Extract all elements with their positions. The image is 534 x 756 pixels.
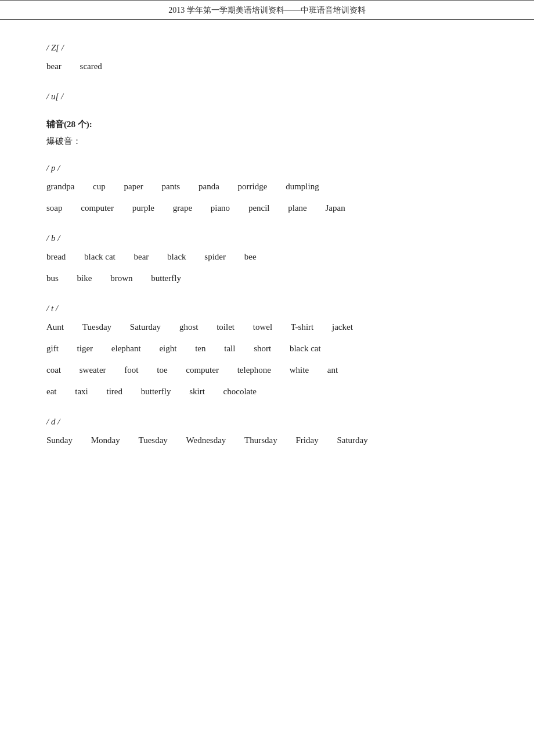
word-plane: plane bbox=[288, 200, 306, 216]
word-ten: ten bbox=[195, 341, 205, 357]
page-container: 2013 学年第一学期美语培训资料——中班语音培训资料 / Z[ / bear … bbox=[0, 0, 534, 756]
word-toe: toe bbox=[157, 362, 167, 378]
consonants-heading-section: 辅音(28 个): 爆破音： bbox=[46, 119, 488, 147]
phoneme-p-label: / p / bbox=[46, 163, 488, 173]
word-pencil: pencil bbox=[248, 200, 270, 216]
word-foot: foot bbox=[124, 362, 138, 378]
word-line-t-3: coat sweater foot toe computer telephone… bbox=[46, 362, 488, 378]
word-grape: grape bbox=[173, 200, 192, 216]
word-gift: gift bbox=[46, 341, 59, 357]
word-brown: brown bbox=[110, 271, 132, 286]
word-line-t-2: gift tiger elephant eight ten tall short… bbox=[46, 341, 488, 357]
word-coat: coat bbox=[46, 362, 61, 378]
page-header: 2013 学年第一学期美语培训资料——中班语音培训资料 bbox=[0, 0, 534, 20]
word-purple: purple bbox=[132, 200, 154, 216]
section-d: / d / Sunday Monday Tuesday Wednesday Th… bbox=[46, 417, 488, 448]
word-tuesday-t: Tuesday bbox=[82, 319, 111, 335]
word-scared: scared bbox=[80, 59, 102, 74]
word-cup: cup bbox=[93, 179, 106, 195]
word-bear-b: bear bbox=[134, 249, 149, 265]
phoneme-t-label: / t / bbox=[46, 304, 488, 314]
word-bear: bear bbox=[46, 59, 62, 74]
word-wednesday: Wednesday bbox=[186, 433, 226, 448]
word-butterfly-t: butterfly bbox=[141, 384, 171, 399]
word-white: white bbox=[290, 362, 309, 378]
word-piano: piano bbox=[211, 200, 230, 216]
phoneme-d-label: / d / bbox=[46, 417, 488, 427]
word-paper: paper bbox=[124, 179, 143, 195]
word-ant: ant bbox=[327, 362, 338, 378]
word-bee: bee bbox=[244, 249, 257, 265]
section-p: / p / grandpa cup paper pants panda porr… bbox=[46, 163, 488, 216]
word-skirt: skirt bbox=[189, 384, 205, 399]
word-ghost: ghost bbox=[179, 319, 199, 335]
word-eat: eat bbox=[46, 384, 56, 399]
plosive-subheading: 爆破音： bbox=[46, 136, 488, 147]
phoneme-zr-label: / Z[ / bbox=[46, 43, 488, 53]
word-line-d-1: Sunday Monday Tuesday Wednesday Thursday… bbox=[46, 433, 488, 448]
word-sweater: sweater bbox=[80, 362, 106, 378]
word-tuesday-d: Tuesday bbox=[139, 433, 168, 448]
word-tshirt: T-shirt bbox=[291, 319, 313, 335]
section-b: / b / bread black cat bear black spider … bbox=[46, 233, 488, 286]
word-spider: spider bbox=[204, 249, 226, 265]
word-soap: soap bbox=[46, 200, 63, 216]
word-aunt: Aunt bbox=[46, 319, 64, 335]
word-bus: bus bbox=[46, 271, 59, 286]
word-toilet: toilet bbox=[217, 319, 234, 335]
word-line-zr-1: bear scared bbox=[46, 59, 488, 74]
word-dumpling: dumpling bbox=[286, 179, 319, 195]
word-computer-t: computer bbox=[186, 362, 219, 378]
word-elephant: elephant bbox=[111, 341, 141, 357]
word-pants: pants bbox=[162, 179, 181, 195]
word-towel: towel bbox=[253, 319, 272, 335]
word-porridge: porridge bbox=[238, 179, 268, 195]
word-taxi: taxi bbox=[75, 384, 88, 399]
word-butterfly-b: butterfly bbox=[151, 271, 181, 286]
word-line-p-1: grandpa cup paper pants panda porridge d… bbox=[46, 179, 488, 195]
word-sunday: Sunday bbox=[46, 433, 73, 448]
word-bike: bike bbox=[77, 271, 92, 286]
word-eight: eight bbox=[159, 341, 176, 357]
phoneme-b-label: / b / bbox=[46, 233, 488, 243]
phoneme-ur-label: / u[ / bbox=[46, 92, 488, 102]
section-t: / t / Aunt Tuesday Saturday ghost toilet… bbox=[46, 304, 488, 399]
word-saturday-t: Saturday bbox=[130, 319, 161, 335]
word-black-cat-1: black cat bbox=[84, 249, 116, 265]
word-black: black bbox=[167, 249, 186, 265]
word-friday: Friday bbox=[295, 433, 318, 448]
word-tired: tired bbox=[106, 384, 122, 399]
word-bread: bread bbox=[46, 249, 66, 265]
word-panda: panda bbox=[199, 179, 219, 195]
word-jacket: jacket bbox=[332, 319, 353, 335]
header-title: 2013 学年第一学期美语培训资料——中班语音培训资料 bbox=[168, 6, 366, 15]
section-ur: / u[ / bbox=[46, 92, 488, 102]
word-tall: tall bbox=[224, 341, 235, 357]
word-tiger: tiger bbox=[77, 341, 93, 357]
word-japan: Japan bbox=[326, 200, 345, 216]
word-saturday-d: Saturday bbox=[337, 433, 367, 448]
word-line-b-2: bus bike brown butterfly bbox=[46, 271, 488, 286]
word-monday: Monday bbox=[91, 433, 120, 448]
word-grandpa: grandpa bbox=[46, 179, 74, 195]
word-line-p-2: soap computer purple grape piano pencil … bbox=[46, 200, 488, 216]
consonants-heading: 辅音(28 个): bbox=[46, 119, 488, 130]
section-zr: / Z[ / bear scared bbox=[46, 43, 488, 74]
word-thursday: Thursday bbox=[244, 433, 277, 448]
word-line-t-4: eat taxi tired butterfly skirt chocolate bbox=[46, 384, 488, 399]
word-telephone: telephone bbox=[237, 362, 271, 378]
main-content: / Z[ / bear scared / u[ / 辅音(28 个): 爆破音：… bbox=[0, 37, 534, 483]
word-short: short bbox=[254, 341, 271, 357]
word-computer-p: computer bbox=[81, 200, 114, 216]
word-chocolate: chocolate bbox=[223, 384, 257, 399]
word-line-t-1: Aunt Tuesday Saturday ghost toilet towel… bbox=[46, 319, 488, 335]
word-line-b-1: bread black cat bear black spider bee bbox=[46, 249, 488, 265]
word-black-cat-2: black cat bbox=[290, 341, 321, 357]
